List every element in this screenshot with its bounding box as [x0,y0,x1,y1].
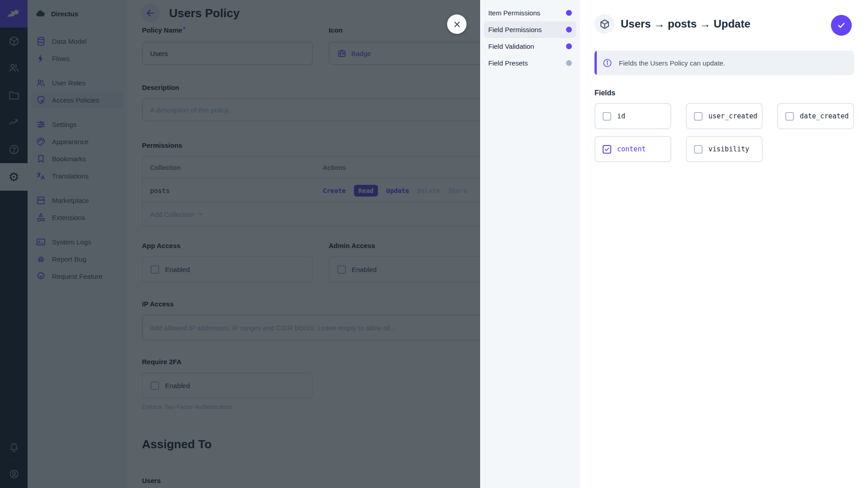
status-dot [566,60,572,66]
check-icon [836,20,846,30]
fields-section-label: Fields [594,89,615,97]
field-card-content[interactable]: content [594,136,671,162]
info-icon [602,58,613,68]
status-dot [566,27,572,33]
drawer-nav-field-validation[interactable]: Field Validation [484,38,576,55]
check-icon [604,146,610,152]
drawer-panel: Users → posts → Update Fields the Users … [580,0,868,488]
field-checkbox[interactable] [785,112,794,121]
drawer-nav-field-presets[interactable]: Field Presets [484,55,576,71]
drawer-title: Users → posts → Update [621,18,750,30]
field-card-visibility[interactable]: visibility [686,136,763,162]
drawer-nav-item-permissions[interactable]: Item Permissions [484,5,576,21]
status-dot [566,43,572,49]
info-banner: Fields the Users Policy can update. [594,51,854,75]
drawer-header: Users → posts → Update [594,14,750,34]
directus-app: Users Policy Policy Name* Users Icon Bad… [0,0,868,488]
field-checkbox[interactable] [694,145,703,154]
permissions-drawer: Item Permissions Field Permissions Field… [480,0,868,488]
field-checkbox[interactable] [694,112,703,121]
field-card-id[interactable]: id [594,103,671,129]
field-card-date-created[interactable]: date_created [777,103,854,129]
info-banner-text: Fields the Users Policy can update. [619,59,725,67]
header-icon-circle [594,14,614,34]
field-card-user-created[interactable]: user_created [686,103,763,129]
close-icon [453,20,462,29]
field-checkbox-checked[interactable] [603,145,611,154]
cube-icon [599,19,610,30]
drawer-nav-field-permissions[interactable]: Field Permissions [484,21,576,38]
save-button[interactable] [831,15,852,36]
drawer-nav: Item Permissions Field Permissions Field… [480,0,580,488]
close-drawer-button[interactable] [447,14,467,34]
field-checkbox[interactable] [603,112,611,121]
status-dot [566,10,572,16]
